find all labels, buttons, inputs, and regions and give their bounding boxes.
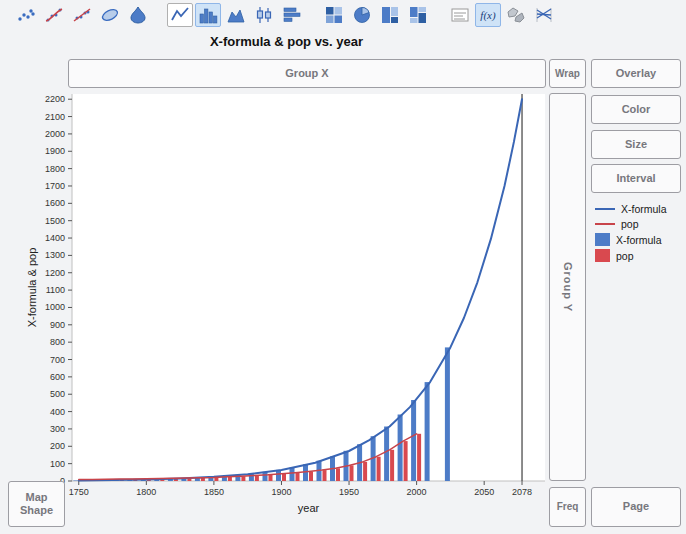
points-element-button[interactable]	[13, 3, 39, 27]
svg-text:700: 700	[50, 355, 65, 365]
svg-text:1500: 1500	[45, 216, 65, 226]
svg-text:1900: 1900	[271, 487, 291, 497]
svg-text:900: 900	[50, 320, 65, 330]
interval-drop-zone[interactable]: Interval	[591, 164, 681, 193]
map-shapes-element-button[interactable]	[503, 3, 529, 27]
size-label: Size	[625, 138, 647, 151]
svg-text:100: 100	[50, 459, 65, 469]
svg-text:year: year	[298, 502, 320, 514]
legend-item-line-X-formula[interactable]: X-formula	[595, 203, 683, 215]
pie-element-button[interactable]	[349, 3, 375, 27]
overlay-drop-zone[interactable]: Overlay	[591, 59, 681, 88]
size-drop-zone[interactable]: Size	[591, 130, 681, 159]
line-swatch	[595, 208, 615, 210]
legend-item-bar-X-formula[interactable]: X-formula	[595, 233, 683, 246]
svg-text:300: 300	[50, 424, 65, 434]
formula-element-button[interactable]: f(x)	[475, 3, 501, 27]
histogram-element-button[interactable]	[279, 3, 305, 27]
svg-text:1800: 1800	[136, 487, 156, 497]
legend-item-bar-pop[interactable]: pop	[595, 249, 683, 262]
svg-text:800: 800	[50, 337, 65, 347]
legend: X-formulapopX-formulapop	[595, 200, 683, 265]
mosaic-element-button[interactable]	[405, 3, 431, 27]
plot-area[interactable]: 0100200300400500600700800900100011001200…	[24, 90, 549, 522]
bar-element-button[interactable]	[195, 3, 221, 27]
svg-text:500: 500	[50, 389, 65, 399]
svg-text:600: 600	[50, 372, 65, 382]
svg-text:2078: 2078	[512, 487, 532, 497]
color-label: Color	[622, 103, 651, 116]
wrap-drop-zone[interactable]: Wrap	[549, 59, 586, 88]
contour-element-button[interactable]	[125, 3, 151, 27]
group-x-drop-zone[interactable]: Group X	[68, 59, 546, 88]
line-of-fit-element-button[interactable]	[69, 3, 95, 27]
svg-text:f(x): f(x)	[480, 9, 496, 22]
bar-swatch	[595, 249, 610, 262]
chart-title: X-formula & pop vs. year	[24, 34, 549, 49]
group-y-label: Group Y	[561, 262, 574, 312]
svg-text:1300: 1300	[45, 250, 65, 260]
svg-text:X-formula & pop: X-formula & pop	[26, 248, 38, 327]
area-element-button[interactable]	[223, 3, 249, 27]
svg-text:2000: 2000	[45, 129, 65, 139]
interval-label: Interval	[616, 172, 655, 185]
svg-text:1600: 1600	[45, 198, 65, 208]
heatmap-element-button[interactable]	[321, 3, 347, 27]
freq-label: Freq	[557, 501, 579, 513]
svg-text:1000: 1000	[45, 302, 65, 312]
parallel-element-button[interactable]	[531, 3, 557, 27]
svg-text:1800: 1800	[45, 164, 65, 174]
ellipse-element-button[interactable]	[97, 3, 123, 27]
svg-text:2000: 2000	[407, 487, 427, 497]
legend-label: X-formula	[616, 234, 662, 246]
legend-label: X-formula	[621, 203, 667, 215]
svg-text:200: 200	[50, 441, 65, 451]
overlay-label: Overlay	[616, 67, 656, 80]
svg-text:1400: 1400	[45, 233, 65, 243]
color-drop-zone[interactable]: Color	[591, 95, 681, 124]
legend-label: pop	[621, 218, 639, 230]
legend-label: pop	[616, 250, 634, 262]
svg-text:2050: 2050	[474, 487, 494, 497]
svg-text:1700: 1700	[45, 181, 65, 191]
svg-text:1850: 1850	[204, 487, 224, 497]
page-label: Page	[623, 500, 649, 513]
wrap-label: Wrap	[555, 68, 580, 80]
svg-text:1750: 1750	[69, 487, 89, 497]
group-y-drop-zone[interactable]: Group Y	[549, 93, 586, 481]
svg-text:400: 400	[50, 407, 65, 417]
legend-item-line-pop[interactable]: pop	[595, 218, 683, 230]
svg-text:1200: 1200	[45, 268, 65, 278]
svg-text:2100: 2100	[45, 112, 65, 122]
svg-text:1900: 1900	[45, 146, 65, 156]
caption-box-element-button[interactable]	[447, 3, 473, 27]
element-palette: f(x)	[12, 3, 558, 27]
treemap-element-button[interactable]	[377, 3, 403, 27]
group-x-label: Group X	[285, 67, 328, 80]
bar-swatch	[595, 233, 610, 246]
page-drop-zone[interactable]: Page	[591, 487, 681, 527]
smoother-element-button[interactable]	[41, 3, 67, 27]
box-plot-element-button[interactable]	[251, 3, 277, 27]
line-swatch	[595, 223, 615, 225]
map-shape-drop-zone[interactable]: Map Shape	[8, 481, 65, 527]
map-shape-label: Map Shape	[11, 491, 62, 517]
svg-text:1100: 1100	[46, 285, 65, 295]
svg-text:1950: 1950	[339, 487, 359, 497]
line-element-button[interactable]	[167, 3, 193, 27]
freq-drop-zone[interactable]: Freq	[549, 487, 586, 527]
svg-text:2200: 2200	[45, 94, 65, 104]
